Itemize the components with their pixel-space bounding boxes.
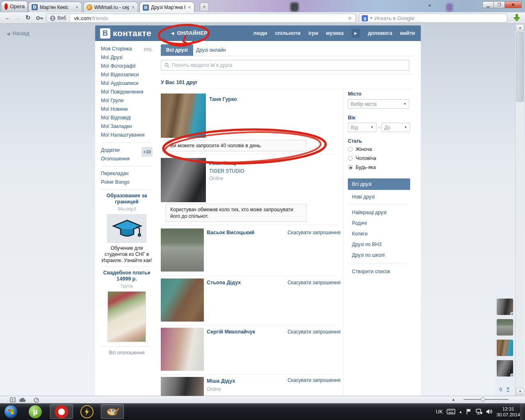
tab-close-icon[interactable]: × bbox=[131, 5, 135, 10]
online-count[interactable]: 9 bbox=[495, 386, 515, 393]
all-ads-link[interactable]: Всі оголошення bbox=[101, 350, 153, 356]
browser-tab-2[interactable]: WMmail.ru - сервис п... × bbox=[83, 2, 138, 12]
sidebar-item-translator[interactable]: Перекладач bbox=[101, 169, 153, 178]
cancel-invite-link[interactable]: Скасувати запрошення bbox=[288, 230, 340, 235]
list-university-friends[interactable]: Друзі по ВНЗ bbox=[352, 242, 382, 247]
search-engine-caret-icon[interactable]: ▼ bbox=[370, 16, 373, 20]
create-list-link[interactable]: Створити список bbox=[352, 269, 390, 274]
sidebar-item-audio[interactable]: Мої Аудіозаписи bbox=[101, 79, 153, 88]
zoom-menu-icon[interactable]: ▲ bbox=[452, 397, 455, 402]
scroll-down-icon[interactable]: ▼ bbox=[516, 388, 524, 395]
address-url[interactable]: vk.com/friends bbox=[70, 15, 347, 21]
edit-link[interactable]: ред. bbox=[144, 45, 153, 53]
key-icon[interactable] bbox=[36, 16, 43, 21]
taskbar-clock[interactable]: 12:31 30.07.2014 bbox=[496, 406, 520, 418]
volume-icon[interactable] bbox=[486, 409, 493, 415]
web-search-box[interactable]: g ▼ bbox=[359, 14, 507, 23]
list-colleagues[interactable]: Колеги bbox=[352, 231, 368, 237]
forward-icon[interactable]: → bbox=[15, 14, 21, 21]
ad-title[interactable]: Свадебное платье 14999 р. bbox=[101, 270, 153, 282]
online-friend-thumb[interactable] bbox=[497, 360, 513, 377]
friend-name[interactable]: Сергій Миколайчук bbox=[207, 329, 255, 335]
speed-dial-icon[interactable] bbox=[34, 397, 39, 403]
avatar[interactable] bbox=[161, 94, 206, 138]
zoom-slider-thumb[interactable] bbox=[481, 397, 485, 402]
cancel-invite-link[interactable]: Скасувати запрошення bbox=[288, 280, 340, 285]
minimize-button[interactable]: ▁ bbox=[482, 1, 494, 8]
opera-taskbar-slot[interactable] bbox=[50, 404, 73, 419]
daemon-tools-icon[interactable] bbox=[80, 405, 94, 418]
city-select[interactable]: Вибір міста▼ bbox=[348, 99, 409, 109]
menu-more-button[interactable]: ▶ bbox=[352, 29, 360, 38]
radio-any[interactable]: Будь-яка bbox=[348, 164, 376, 170]
sidebar-item-photos[interactable]: Мої Фотографії bbox=[101, 62, 153, 71]
language-indicator[interactable]: UK bbox=[436, 409, 443, 415]
sidebar-item-replies[interactable]: Мої Відповіді bbox=[101, 114, 153, 122]
avatar[interactable] bbox=[161, 377, 204, 396]
cancel-invite-link[interactable]: Скасувати запрошення bbox=[288, 329, 340, 335]
panels-toggle-icon[interactable] bbox=[10, 397, 16, 402]
sidebar-item-groups[interactable]: Мої Групи bbox=[101, 96, 153, 105]
tab-friends-online[interactable]: Друзі онлайн bbox=[196, 47, 226, 53]
tray-overflow-icon[interactable]: ▲ bbox=[459, 410, 463, 414]
sidebar-item-my-page[interactable]: Моя Сторінкаред. bbox=[101, 45, 153, 53]
ad-block-dress[interactable]: Свадебное платье 14999 р. Група bbox=[101, 270, 153, 342]
reload-icon[interactable]: ↻ bbox=[25, 14, 31, 21]
keyboard-icon[interactable] bbox=[447, 409, 455, 414]
sidebar-item-poker[interactable]: Poker Bongo bbox=[101, 178, 153, 187]
close-button[interactable]: ✕ bbox=[504, 1, 522, 8]
radio-male[interactable]: Чоловіча bbox=[348, 155, 376, 161]
avatar[interactable] bbox=[161, 228, 204, 272]
list-new-friends[interactable]: Нові друзі bbox=[352, 194, 374, 200]
menu-communities[interactable]: спільноти bbox=[275, 30, 300, 36]
bookmark-star-icon[interactable]: ★ bbox=[347, 15, 356, 21]
tab-close-icon[interactable]: × bbox=[187, 5, 191, 10]
sidebar-item-settings[interactable]: Мої Налаштування bbox=[101, 131, 153, 139]
online-friend-thumb[interactable] bbox=[497, 340, 513, 356]
zoom-slider[interactable] bbox=[463, 399, 509, 400]
list-school-friends[interactable]: Друзі по школі bbox=[352, 252, 385, 258]
scrollbar[interactable]: ▲ ▼ bbox=[515, 24, 524, 396]
start-button[interactable] bbox=[4, 405, 18, 418]
friend-name[interactable]: Міша Дідух bbox=[207, 378, 235, 384]
menu-people[interactable]: люди bbox=[253, 30, 267, 36]
show-desktop-button[interactable] bbox=[520, 403, 525, 420]
sidebar-item-friends[interactable]: Мої Друзі bbox=[101, 53, 153, 62]
online-friend-thumb[interactable] bbox=[497, 299, 513, 315]
back-icon[interactable]: ← bbox=[5, 14, 11, 21]
friend-subtitle[interactable]: TIGER STUDIO bbox=[209, 168, 244, 174]
list-best-friends[interactable]: Найкращі друзі bbox=[352, 210, 386, 215]
list-relatives[interactable]: Родичі bbox=[352, 220, 367, 226]
tab-all-friends[interactable]: Всі друзі bbox=[161, 44, 193, 56]
cloud-sync-icon[interactable] bbox=[19, 398, 26, 402]
address-badge[interactable]: Веб bbox=[46, 14, 70, 22]
friend-name[interactable]: Иван Кенц bbox=[209, 160, 235, 166]
maximize-button[interactable]: ❐ bbox=[493, 1, 505, 8]
paint-taskbar-slot[interactable] bbox=[101, 404, 124, 419]
avatar[interactable] bbox=[161, 328, 204, 371]
avatar[interactable] bbox=[161, 278, 204, 322]
scroll-up-icon[interactable]: ▲ bbox=[516, 24, 524, 31]
vk-logo[interactable]: В контакте bbox=[95, 28, 151, 39]
browser-tab-3-active[interactable]: В Друзі Мар'яна Кекіса |... × bbox=[139, 2, 194, 13]
sidebar-item-news[interactable]: Мої Новини bbox=[101, 105, 153, 114]
sidebar-item-videos[interactable]: Мої Відеозаписи bbox=[101, 71, 153, 79]
action-center-flag-icon[interactable] bbox=[466, 409, 472, 415]
onlayner-toggle[interactable]: ◀ ОНЛАЙНЕР bbox=[171, 30, 208, 36]
menu-help[interactable]: допомога bbox=[368, 30, 392, 36]
sidebar-item-ads[interactable]: Оголошення bbox=[101, 155, 153, 163]
address-bar[interactable]: Веб vk.com/friends ★ bbox=[46, 14, 356, 23]
online-friend-thumb[interactable] bbox=[497, 319, 513, 336]
menu-music[interactable]: музика bbox=[326, 30, 344, 36]
age-to-select[interactable]: До▼ bbox=[381, 123, 410, 132]
web-search-input[interactable] bbox=[374, 15, 504, 21]
sidebar-item-messages[interactable]: Мої Повідомлення bbox=[101, 88, 153, 96]
sidebar-item-apps[interactable]: Додатки+10 bbox=[101, 146, 153, 155]
ad-block-education[interactable]: Образование за границей il4u.org.il Обуч… bbox=[101, 193, 153, 264]
utorrent-icon[interactable]: µ bbox=[29, 405, 42, 418]
menu-logout[interactable]: вийти bbox=[400, 30, 415, 36]
friend-name[interactable]: Васьок Висоцький bbox=[207, 230, 254, 235]
ad-image-graduation-cap[interactable] bbox=[107, 214, 146, 243]
download-icon[interactable] bbox=[512, 14, 521, 23]
age-from-select[interactable]: Від▼ bbox=[348, 123, 377, 132]
